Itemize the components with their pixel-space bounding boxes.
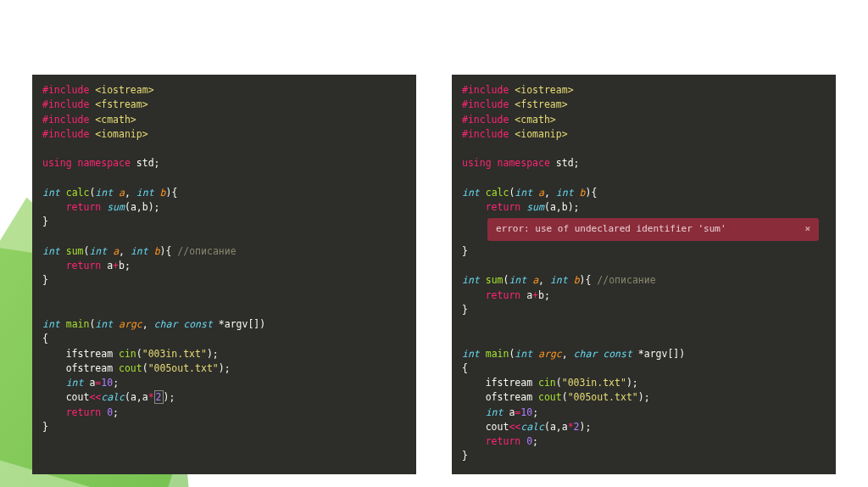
op: << [509,421,520,433]
comment: //описание [177,245,236,257]
include-target: <iostream> [509,84,573,96]
keyword: return [42,406,101,418]
code-line: #include <iomanip> [42,127,406,142]
param: a [107,245,119,257]
code-line: int main(int argc, char const *argv[]) [42,317,406,332]
type: int [42,187,60,199]
punct: ( [136,348,142,360]
op: + [532,289,538,301]
func-name: sum [60,245,84,257]
type: int [515,348,532,360]
string: "003in.txt" [562,377,626,389]
op: * [568,421,574,433]
punct: ){ [160,245,178,257]
preproc: #include [462,114,509,126]
code-line: #include <fstream> [462,98,826,112]
type: int [95,318,113,330]
type: int [462,187,480,199]
func-name: calc [60,187,90,199]
type: int [89,245,107,257]
code-editor-right: #include <iostream> #include <fstream> #… [452,75,836,474]
code-line: ifstream cin("003in.txt"); [42,347,406,361]
code-line: int calc(int a, int b){ [462,186,826,200]
func-name: calc [480,187,509,199]
preproc: #include [42,98,89,110]
op: * [148,391,154,403]
blank-line [462,259,826,273]
number: 10 [520,406,532,418]
type: ofstream [462,391,538,403]
brace: } [42,274,48,286]
punct: ); [207,348,219,360]
keyword: const [177,318,213,330]
code-line: #include <cmath> [42,113,406,127]
code-line: } [42,215,406,229]
code-line: using namespace std; [462,156,826,171]
blank-line [42,303,406,317]
code-line: } [42,420,406,434]
param: b [148,245,160,257]
code-line: } [462,449,826,463]
keyword: return [42,201,101,213]
preproc: #include [42,84,89,96]
code-line: ifstream cin("003in.txt"); [462,376,826,390]
brace: } [462,304,468,316]
var: a [520,289,532,301]
close-icon[interactable]: × [804,222,810,237]
code-line: #include <iostream> [462,83,826,98]
brace: { [42,333,48,344]
func-name: sum [480,274,504,286]
keyword: namespace [492,157,550,169]
blank-line [42,288,406,303]
code-line: cout<<calc(a,a*2); [462,420,826,434]
args: (a,b); [544,201,580,213]
number-cursor[interactable]: 2 [154,390,164,404]
keyword: return [462,201,520,213]
preproc: #include [42,128,89,140]
call: sum [101,201,125,213]
type: char [574,348,598,360]
include-target: <iomanip> [509,128,567,140]
var: b; [119,260,131,271]
type: int [42,377,83,389]
blank-line [462,332,826,346]
args: (a,b); [125,201,160,213]
code-line: return sum(a,b); [42,200,406,215]
punct: , [125,187,136,199]
punct: ); [638,391,650,403]
code-line: return a+b; [462,288,826,303]
blank-line [42,171,406,186]
param: b [154,187,166,199]
code-line: #include <cmath> [462,113,826,127]
param: *argv[]) [213,318,265,330]
code-line: #include <fstream> [42,98,406,112]
punct: ){ [585,187,597,199]
var: a [503,406,515,418]
include-target: <cmath> [89,114,136,126]
var: a [101,260,113,271]
identifier: std; [131,157,160,169]
string: "005out.txt" [568,391,638,403]
param: b [574,187,586,199]
code-line: int calc(int a, int b){ [42,186,406,200]
punct: , [544,187,556,199]
keyword: return [42,260,101,271]
code-line: { [462,361,826,376]
code-line: cout<<calc(a,a*2); [42,390,406,405]
type: int [42,245,60,257]
param: a [532,187,544,199]
type: int [462,406,503,418]
punct: ( [556,377,562,389]
type: int [556,187,574,199]
code-line: return a+b; [42,259,406,273]
include-target: <fstream> [89,98,147,110]
blank-line [462,142,826,156]
args: (a,a [544,421,568,433]
code-line: return 0; [42,406,406,420]
type: int [509,274,526,286]
brace: } [462,450,468,462]
preproc: #include [462,98,509,110]
op: << [89,391,101,403]
args: (a,a [125,391,148,403]
var: cout [462,421,509,433]
